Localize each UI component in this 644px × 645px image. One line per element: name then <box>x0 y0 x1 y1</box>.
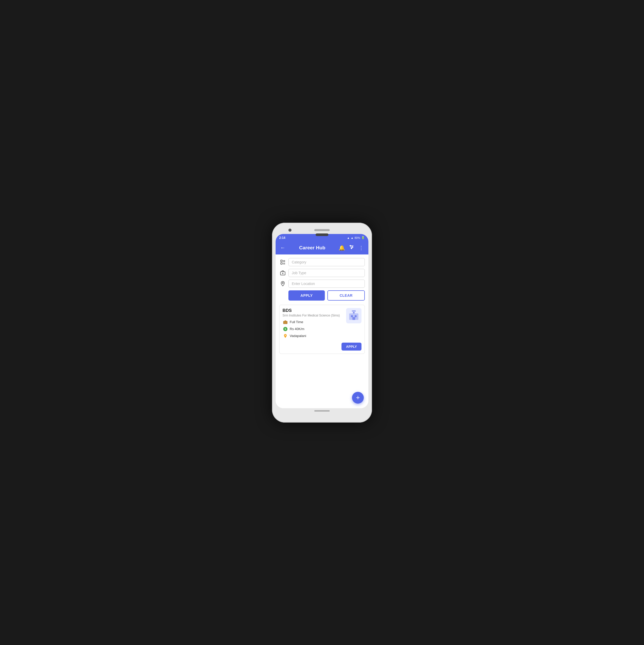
svg-rect-7 <box>281 262 282 264</box>
phone-speaker <box>314 229 330 231</box>
svg-point-5 <box>351 248 352 249</box>
battery-icon: 🔋 <box>361 236 365 239</box>
clear-filter-button[interactable]: CLEAR <box>327 290 365 300</box>
apply-filter-button[interactable]: APPLY <box>288 290 325 300</box>
filter-settings-icon[interactable] <box>348 244 355 251</box>
signal-icon: ▲ <box>351 236 353 239</box>
svg-point-15 <box>282 282 284 283</box>
job-type-detail: Full Time <box>283 319 346 325</box>
notification-icon[interactable]: 🔔 <box>338 245 345 251</box>
svg-rect-27 <box>352 317 355 320</box>
job-card-footer: APPLY <box>283 342 361 351</box>
job-location-icon <box>283 333 288 339</box>
job-type-input[interactable] <box>288 269 365 277</box>
wifi-icon: ▲ <box>347 236 350 239</box>
job-apply-button[interactable]: APPLY <box>341 343 361 351</box>
job-title: BDS <box>283 308 346 313</box>
svg-rect-6 <box>281 260 282 261</box>
status-time: 2:14 <box>279 236 285 240</box>
job-location-detail: Vadapalani <box>283 333 346 339</box>
location-input[interactable] <box>288 279 365 288</box>
job-card-info: BDS Srm Institutes For Medical Science (… <box>283 308 346 340</box>
more-options-icon[interactable]: ⋮ <box>358 245 365 251</box>
phone-bottom-bar <box>276 408 368 414</box>
svg-rect-16 <box>284 321 287 324</box>
phone-frame: 2:14 ▲ ▲ 80% 🔋 ← Career Hub 🔔 <box>272 223 372 423</box>
phone-top-bar <box>276 226 368 234</box>
job-card: BDS Srm Institutes For Medical Science (… <box>279 305 365 354</box>
job-type-detail-icon <box>283 319 288 325</box>
svg-rect-24 <box>355 315 357 317</box>
job-company: Srm Institutes For Medical Science (Sims… <box>283 314 346 317</box>
location-filter-row <box>279 279 365 288</box>
job-type-icon <box>279 269 286 276</box>
svg-text:SIMS: SIMS <box>352 310 356 311</box>
job-type-text: Full Time <box>290 320 303 324</box>
category-input[interactable] <box>288 258 365 266</box>
location-icon <box>279 280 286 287</box>
status-icons: ▲ ▲ 80% 🔋 <box>347 236 365 239</box>
content-area: APPLY CLEAR BDS Srm Institutes For Medic… <box>276 254 368 408</box>
phone-camera <box>288 229 292 232</box>
home-indicator <box>314 410 330 412</box>
svg-point-3 <box>350 245 351 246</box>
salary-text: Rs 40K/m <box>290 327 304 331</box>
app-title: Career Hub <box>289 245 336 251</box>
battery-percent: 80% <box>354 236 360 239</box>
location-text: Vadapalani <box>290 334 306 338</box>
job-type-filter-row <box>279 269 365 277</box>
svg-text:$: $ <box>285 328 286 330</box>
category-icon <box>279 258 286 266</box>
salary-icon: $ <box>283 326 288 332</box>
svg-rect-23 <box>351 315 353 317</box>
job-card-header: BDS Srm Institutes For Medical Science (… <box>283 308 361 340</box>
phone-screen: 2:14 ▲ ▲ 80% 🔋 ← Career Hub 🔔 <box>276 234 368 408</box>
svg-point-4 <box>352 246 353 247</box>
filter-buttons-row: APPLY CLEAR <box>279 290 365 300</box>
phone-earpiece <box>316 233 328 236</box>
app-bar: ← Career Hub 🔔 ⋮ <box>276 241 368 254</box>
fab-add-button[interactable]: + <box>352 392 364 404</box>
back-button[interactable]: ← <box>279 245 286 251</box>
svg-point-20 <box>285 335 286 336</box>
category-filter-row <box>279 258 365 266</box>
job-logo: SIMS <box>346 308 361 324</box>
job-salary-detail: $ Rs 40K/m <box>283 326 346 332</box>
